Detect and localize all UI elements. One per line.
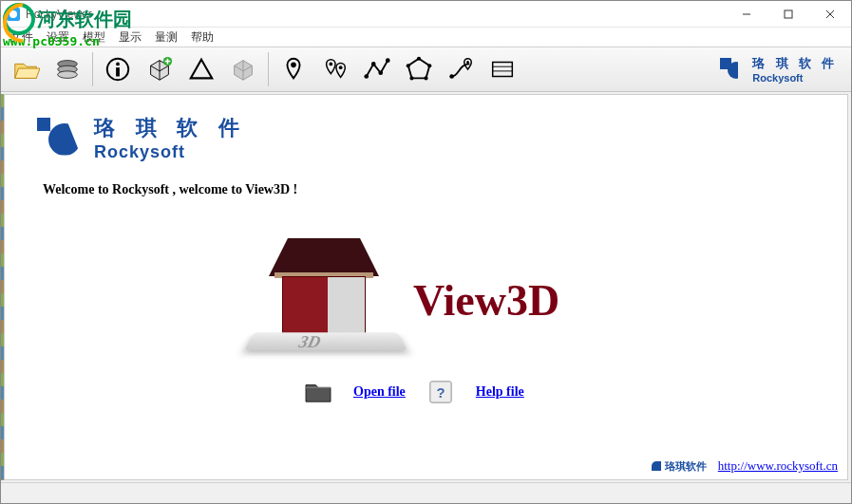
content-area: 珞 琪 软 件 Rockysoft Welcome to Rockysoft ,… bbox=[4, 94, 848, 480]
toolbar-separator bbox=[268, 52, 269, 86]
tool-add-model[interactable] bbox=[141, 50, 179, 88]
brand-logo-toolbar: 珞 琪 软 件 Rockysoft bbox=[720, 55, 845, 84]
cube-plus-icon bbox=[145, 55, 174, 84]
hero-title: View3D bbox=[413, 275, 559, 326]
window-title: RockyViewer bbox=[26, 8, 92, 21]
content-footer: 珞琪软件 http://www.rockysoft.cn bbox=[652, 458, 838, 474]
cube-icon bbox=[229, 55, 257, 84]
svg-point-11 bbox=[291, 63, 296, 68]
pin-icon bbox=[279, 55, 308, 84]
window-titlebar: RockyViewer bbox=[1, 1, 851, 28]
brand-logo-content: 珞 琪 软 件 Rockysoft bbox=[37, 114, 247, 162]
svg-rect-26 bbox=[493, 63, 513, 77]
close-button[interactable] bbox=[809, 1, 851, 28]
svg-point-15 bbox=[371, 62, 376, 66]
tool-cube[interactable] bbox=[224, 50, 262, 88]
help-file-link[interactable]: Help file bbox=[476, 384, 524, 400]
svg-marker-18 bbox=[408, 59, 430, 79]
minimize-button[interactable] bbox=[726, 1, 767, 28]
svg-text:?: ? bbox=[436, 385, 445, 401]
house-3d-illustration: 3D bbox=[261, 233, 387, 356]
svg-point-23 bbox=[407, 64, 410, 67]
menu-file[interactable]: 文件 bbox=[5, 29, 39, 46]
svg-rect-9 bbox=[116, 67, 120, 76]
polygon-icon bbox=[405, 55, 433, 84]
tool-pin-single[interactable] bbox=[275, 50, 312, 88]
maximize-button[interactable] bbox=[767, 1, 809, 28]
footer-brand: 珞琪软件 bbox=[652, 459, 707, 474]
tool-layers[interactable] bbox=[48, 50, 86, 88]
menu-display[interactable]: 显示 bbox=[113, 29, 147, 46]
pins-icon bbox=[321, 55, 350, 84]
menu-model[interactable]: 模型 bbox=[77, 29, 111, 46]
svg-point-25 bbox=[449, 74, 454, 79]
svg-point-8 bbox=[116, 63, 120, 66]
menu-settings[interactable]: 设置 bbox=[41, 29, 75, 46]
svg-point-13 bbox=[339, 65, 343, 69]
svg-point-21 bbox=[424, 76, 427, 80]
folder-open-icon bbox=[11, 55, 40, 84]
svg-point-12 bbox=[329, 63, 332, 66]
polyline-icon bbox=[363, 55, 391, 84]
svg-rect-1 bbox=[785, 10, 792, 18]
tool-route[interactable] bbox=[442, 50, 480, 88]
brand-en: Rockysoft bbox=[752, 72, 838, 84]
toolbar-separator bbox=[92, 52, 93, 86]
folder-icon bbox=[304, 380, 332, 404]
triangle-icon bbox=[187, 55, 216, 84]
content-brand-cn: 珞 琪 软 件 bbox=[94, 114, 247, 142]
layers-icon bbox=[53, 55, 82, 84]
brand-cn: 珞 琪 软 件 bbox=[752, 55, 838, 72]
status-bar bbox=[1, 482, 851, 503]
app-icon bbox=[7, 8, 20, 21]
quick-links: Open file ? Help file bbox=[304, 380, 524, 404]
tool-info[interactable] bbox=[99, 50, 137, 88]
svg-point-19 bbox=[417, 57, 421, 61]
help-file-icon: ? bbox=[426, 380, 455, 404]
content-brand-en: Rockysoft bbox=[94, 142, 247, 162]
svg-point-14 bbox=[364, 74, 369, 79]
svg-point-16 bbox=[378, 70, 383, 75]
svg-point-24 bbox=[466, 61, 469, 64]
tool-triangle[interactable] bbox=[182, 50, 220, 88]
svg-point-20 bbox=[427, 64, 431, 67]
menu-help[interactable]: 帮助 bbox=[185, 29, 219, 46]
footer-url-link[interactable]: http://www.rockysoft.cn bbox=[718, 458, 838, 474]
welcome-text: Welcome to Rockysoft , welcome to View3D… bbox=[43, 182, 297, 197]
route-icon bbox=[446, 55, 475, 84]
info-icon bbox=[104, 55, 132, 84]
table-icon bbox=[488, 55, 517, 84]
menu-measure[interactable]: 量测 bbox=[149, 29, 183, 46]
open-file-link[interactable]: Open file bbox=[353, 384, 406, 400]
svg-point-17 bbox=[386, 58, 390, 63]
svg-point-22 bbox=[409, 76, 413, 80]
tool-open-file[interactable] bbox=[7, 50, 45, 88]
svg-point-6 bbox=[58, 71, 78, 79]
tool-polyline[interactable] bbox=[358, 50, 396, 88]
tool-polygon[interactable] bbox=[400, 50, 438, 88]
tool-pin-multi[interactable] bbox=[316, 50, 354, 88]
menu-bar: 文件 设置 模型 显示 量测 帮助 bbox=[1, 28, 851, 47]
tool-table[interactable] bbox=[483, 50, 521, 88]
toolbar: 珞 琪 软 件 Rockysoft bbox=[1, 47, 851, 92]
